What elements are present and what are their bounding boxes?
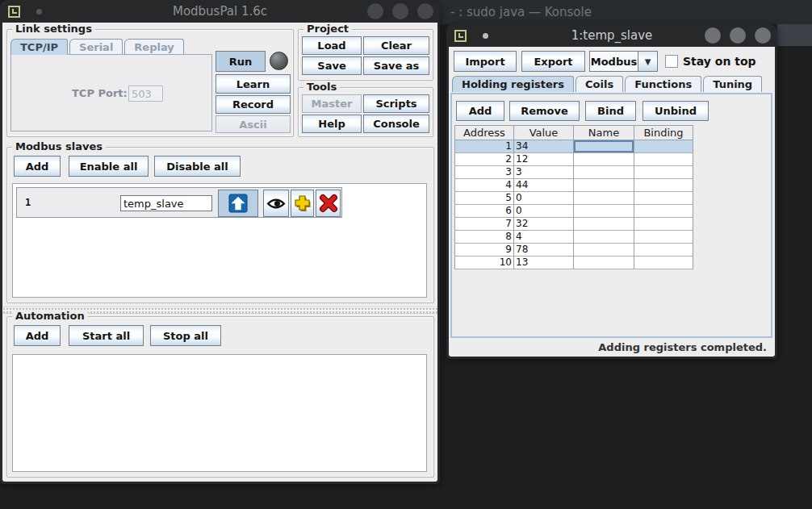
window-control-button[interactable]: [367, 3, 383, 19]
cell-binding[interactable]: [634, 153, 693, 166]
cell-address[interactable]: 4: [454, 179, 514, 192]
add-automation-button[interactable]: Add: [14, 325, 61, 346]
window-control-button[interactable]: [730, 27, 746, 44]
cell-name[interactable]: [574, 218, 634, 231]
save-button[interactable]: Save: [302, 56, 362, 75]
cell-address[interactable]: 1: [454, 140, 514, 153]
unbind-button[interactable]: Unbind: [642, 101, 709, 121]
protocol-select[interactable]: Modbus ▼: [589, 51, 658, 72]
cell-value[interactable]: 12: [514, 153, 574, 166]
load-button[interactable]: Load: [302, 36, 362, 55]
tab-replay[interactable]: Replay: [124, 39, 183, 55]
cell-value[interactable]: 13: [514, 257, 574, 269]
cell-name[interactable]: [574, 257, 634, 269]
window-control-button[interactable]: [705, 27, 721, 44]
cell-binding[interactable]: [634, 205, 693, 218]
add-slave-button[interactable]: Add: [14, 156, 61, 177]
delete-slave-button[interactable]: [316, 190, 341, 217]
cell-binding[interactable]: [634, 140, 693, 153]
duplicate-slave-button[interactable]: [291, 190, 314, 217]
modbuspal-titlebar[interactable]: ModbusPal 1.6c: [0, 0, 440, 23]
cell-name[interactable]: [574, 140, 634, 153]
slave-row[interactable]: 1 temp_slave: [16, 187, 342, 218]
learn-button[interactable]: Learn: [216, 74, 291, 94]
cell-binding[interactable]: [634, 257, 693, 269]
table-row[interactable]: 84: [454, 231, 693, 244]
col-value[interactable]: Value: [514, 125, 574, 140]
cell-address[interactable]: 2: [454, 153, 514, 166]
tab-coils[interactable]: Coils: [576, 76, 623, 92]
show-panel-button[interactable]: [263, 190, 289, 217]
stop-all-button[interactable]: Stop all: [150, 325, 221, 346]
tcp-port-field[interactable]: 503: [128, 86, 163, 102]
cell-binding[interactable]: [634, 231, 693, 244]
enable-slave-toggle[interactable]: [218, 190, 258, 217]
cell-address[interactable]: 6: [454, 205, 514, 218]
cell-value[interactable]: 3: [514, 166, 574, 179]
slave-titlebar[interactable]: 1:temp_slave: [446, 24, 777, 47]
cell-address[interactable]: 3: [454, 166, 514, 179]
table-row[interactable]: 60: [454, 205, 693, 218]
help-button[interactable]: Help: [302, 115, 362, 133]
console-button[interactable]: Console: [363, 115, 429, 133]
tab-tuning[interactable]: Tuning: [703, 76, 762, 92]
tab-functions[interactable]: Functions: [625, 76, 701, 92]
window-control-button[interactable]: [392, 3, 408, 19]
cell-binding[interactable]: [634, 192, 693, 205]
enable-all-button[interactable]: Enable all: [69, 156, 149, 177]
import-button[interactable]: Import: [454, 51, 517, 72]
record-button[interactable]: Record: [216, 95, 291, 114]
disable-all-button[interactable]: Disable all: [154, 156, 241, 177]
cell-name[interactable]: [574, 179, 634, 192]
start-all-button[interactable]: Start all: [69, 325, 144, 346]
cell-address[interactable]: 7: [454, 218, 514, 231]
slave-name-field[interactable]: temp_slave: [120, 195, 212, 211]
cell-binding[interactable]: [634, 218, 693, 231]
cell-value[interactable]: 44: [514, 179, 574, 192]
table-row[interactable]: 444: [454, 179, 693, 192]
remove-register-button[interactable]: Remove: [509, 101, 580, 121]
table-row[interactable]: 33: [454, 166, 693, 179]
stay-on-top-checkbox[interactable]: [665, 55, 678, 68]
run-button[interactable]: Run: [216, 51, 266, 72]
table-row[interactable]: 50: [454, 192, 693, 205]
cell-name[interactable]: [574, 192, 634, 205]
cell-name[interactable]: [574, 153, 634, 166]
cell-value[interactable]: 4: [514, 231, 574, 244]
cell-name[interactable]: [574, 231, 634, 244]
bind-button[interactable]: Bind: [585, 101, 636, 121]
save-as-button[interactable]: Save as: [363, 56, 429, 75]
ascii-button[interactable]: Ascii: [216, 115, 291, 133]
table-row[interactable]: 1013: [454, 257, 693, 269]
cell-value[interactable]: 78: [514, 244, 574, 257]
col-binding[interactable]: Binding: [634, 125, 693, 140]
cell-binding[interactable]: [634, 166, 693, 179]
col-address[interactable]: Address: [454, 125, 514, 140]
register-table-header[interactable]: Address Value Name Binding: [454, 125, 693, 140]
table-row[interactable]: 978: [454, 244, 693, 257]
cell-address[interactable]: 10: [454, 257, 514, 269]
cell-value[interactable]: 32: [514, 218, 574, 231]
cell-binding[interactable]: [634, 244, 693, 257]
scripts-button[interactable]: Scripts: [363, 94, 429, 113]
clear-button[interactable]: Clear: [363, 36, 429, 55]
cell-value[interactable]: 0: [514, 192, 574, 205]
tab-tcpip[interactable]: TCP/IP: [10, 39, 68, 55]
cell-address[interactable]: 8: [454, 231, 514, 244]
master-button[interactable]: Master: [302, 94, 362, 113]
table-row[interactable]: 134: [454, 140, 693, 153]
cell-value[interactable]: 34: [514, 140, 574, 153]
tab-holding-registers[interactable]: Holding registers: [452, 76, 574, 92]
window-control-button[interactable]: [755, 27, 771, 44]
table-row[interactable]: 732: [454, 218, 693, 231]
cell-name[interactable]: [574, 244, 634, 257]
table-row[interactable]: 212: [454, 153, 693, 166]
cell-value[interactable]: 0: [514, 205, 574, 218]
cell-address[interactable]: 5: [454, 192, 514, 205]
add-register-button[interactable]: Add: [456, 101, 504, 121]
tab-serial[interactable]: Serial: [69, 39, 123, 55]
export-button[interactable]: Export: [521, 51, 585, 72]
cell-binding[interactable]: [634, 179, 693, 192]
col-name[interactable]: Name: [574, 125, 634, 140]
cell-address[interactable]: 9: [454, 244, 514, 257]
